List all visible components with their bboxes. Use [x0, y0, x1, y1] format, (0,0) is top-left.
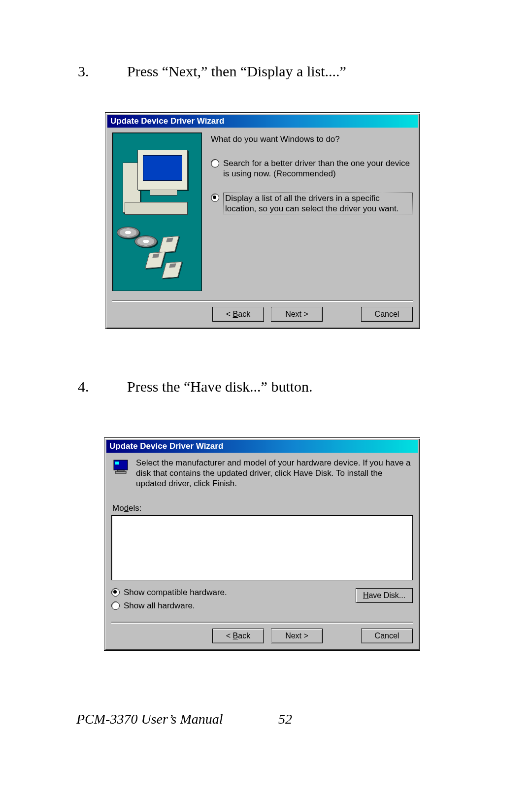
- wizard-2-radio-compatible-label: Show compatible hardware.: [124, 587, 227, 598]
- footer-page-number: 52: [278, 711, 292, 727]
- wizard-1-radio-search[interactable]: Search for a better driver than the one …: [211, 158, 413, 179]
- wizard-2-cancel-button[interactable]: Cancel: [361, 629, 413, 643]
- wizard-1-radio-search-label: Search for a better driver than the one …: [223, 158, 413, 179]
- wizard-2-radio-compatible[interactable]: Show compatible hardware.: [111, 587, 227, 598]
- have-disk-button[interactable]: Have Disk...: [356, 588, 413, 603]
- wizard-1-radio-displaylist[interactable]: Display a list of all the drivers in a s…: [211, 193, 413, 214]
- radio-icon: [211, 194, 219, 202]
- wizard-1-titlebar: Update Device Driver Wizard: [107, 115, 418, 128]
- wizard-2-back-button[interactable]: < Back: [212, 629, 264, 643]
- wizard-2-titlebar: Update Device Driver Wizard: [106, 440, 418, 453]
- wizard-1-prompt: What do you want Windows to do?: [211, 134, 413, 144]
- wizard-1-title: Update Device Driver Wizard: [110, 116, 224, 126]
- wizard-2-radio-all-label: Show all hardware.: [124, 600, 195, 611]
- wizard-2-models-listbox[interactable]: [111, 515, 413, 580]
- wizard-1-window: Update Device Driver Wizard What do you …: [105, 112, 420, 329]
- radio-icon: [211, 159, 219, 167]
- wizard-2-instructions: Select the manufacturer and model of you…: [136, 458, 413, 489]
- radio-icon: [111, 601, 120, 610]
- wizard-2-radio-all[interactable]: Show all hardware.: [111, 600, 227, 611]
- wizard-1-graphic: [112, 133, 202, 291]
- page: 3. Press “Next,” then “Display a list...…: [0, 0, 532, 799]
- step-4-number: 4.: [78, 378, 89, 395]
- wizard-1-radio-displaylist-label: Display a list of all the drivers in a s…: [223, 193, 413, 214]
- step-3-text: Press “Next,” then “Display a list....”: [127, 63, 346, 80]
- wizard-1-back-button[interactable]: < Back: [212, 307, 264, 322]
- footer-manual-title: PCM-3370 User’s Manual: [76, 711, 223, 727]
- wizard-2-models-label: Models:: [112, 503, 413, 513]
- step-4-text: Press the “Have disk...” button.: [127, 378, 313, 395]
- wizard-2-next-button[interactable]: Next >: [271, 629, 323, 643]
- svg-rect-3: [115, 471, 126, 473]
- wizard-1-cancel-button[interactable]: Cancel: [361, 307, 413, 322]
- monitor-icon: [112, 459, 130, 476]
- wizard-2-window: Update Device Driver Wizard Select the m…: [104, 437, 420, 651]
- wizard-2-title: Update Device Driver Wizard: [109, 441, 223, 451]
- wizard-1-next-button[interactable]: Next >: [271, 307, 323, 322]
- step-3-number: 3.: [78, 63, 89, 80]
- svg-rect-1: [115, 462, 119, 465]
- radio-icon: [111, 588, 120, 597]
